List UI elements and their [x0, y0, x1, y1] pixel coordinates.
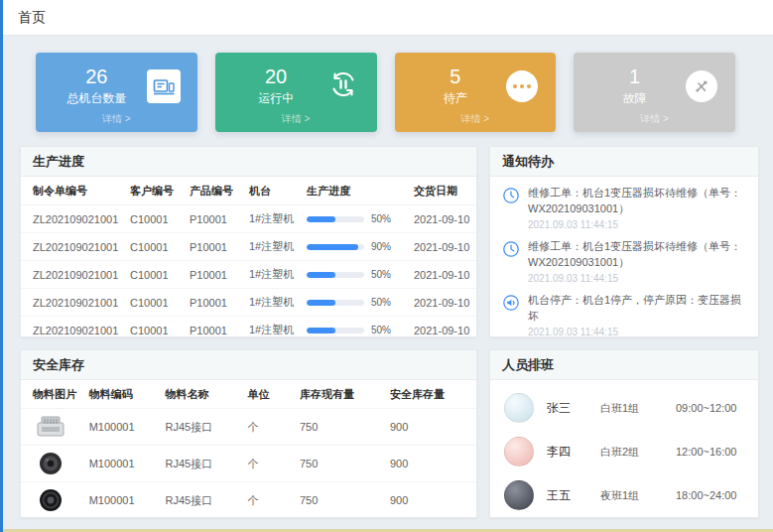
progress-bar: [307, 244, 364, 250]
notification-item[interactable]: 维修工单：机台1变压器损坏待维修（单号：WX202109031001） 2021…: [502, 239, 746, 284]
delivery-date-cell: 2021-09-10: [410, 261, 477, 289]
progress-percent: 50%: [371, 269, 391, 280]
standby-detail-link[interactable]: 详情 >: [395, 112, 557, 132]
order-no-cell: ZL202109021001: [21, 261, 126, 289]
col-machine: 机台: [245, 177, 303, 205]
stock-qty-cell: 750: [296, 409, 386, 446]
delivery-date-cell: 2021-09-10: [410, 317, 477, 338]
col-order-no: 制令单编号: [21, 177, 126, 205]
tab-home[interactable]: 首页: [18, 9, 46, 27]
product-no-cell: P10001: [186, 233, 245, 261]
production-progress-title: 生产进度: [21, 147, 476, 177]
speaker-icon: [502, 294, 520, 312]
machine-cell: 1#注塑机: [245, 205, 303, 233]
notification-item[interactable]: 维修工单：机台1变压器损坏待维修（单号：WX202109031001） 2021…: [502, 186, 746, 230]
progress-percent: 50%: [371, 213, 391, 224]
product-no-cell: P10001: [186, 317, 245, 338]
progress-bar-fill: [307, 244, 358, 250]
card-running[interactable]: 20 运行中 详情 >: [215, 53, 377, 132]
progress-bar-fill: [307, 272, 335, 278]
stat-cards: 26 总机台数量 详情 > 20 运行中: [36, 53, 735, 132]
schedule-row: 李四 白班2组 12:00~16:00: [490, 430, 758, 473]
fault-label: 故障: [587, 90, 682, 107]
staff-time: 09:00~12:00: [676, 402, 736, 414]
notification-time: 2021.09.03 11:44:15: [528, 327, 746, 337]
staff-shift: 白班2组: [600, 445, 676, 460]
staff-schedule-title: 人员排班: [490, 350, 758, 380]
notification-text: 机台停产：机台1停产，停产原因：变压器损坏: [528, 293, 746, 325]
notification-text: 维修工单：机台1变压器损坏待维修（单号：WX202109031001）: [528, 239, 746, 271]
fault-detail-link[interactable]: 详情 >: [574, 112, 735, 132]
production-table-row: ZL202109021001 C10001 P10001 1#注塑机 50% 2…: [21, 261, 477, 289]
total-machines-detail-link[interactable]: 详情 >: [36, 112, 197, 132]
material-image-rj45: [33, 414, 68, 440]
staff-name: 李四: [547, 444, 600, 461]
notification-text: 维修工单：机台1变压器损坏待维修（单号：WX202109031001）: [528, 186, 746, 217]
col-unit: 单位: [243, 380, 296, 409]
unit-cell: 个: [243, 482, 296, 519]
standby-label: 待产: [409, 90, 503, 107]
col-delivery-date: 交货日期: [410, 177, 477, 205]
order-no-cell: ZL202109021001: [21, 289, 126, 317]
progress-bar-fill: [307, 328, 335, 333]
production-progress-table: 制令单编号 客户编号 产品编号 机台 生产进度 交货日期 ZL202109021…: [21, 177, 477, 337]
order-no-cell: ZL202109021001: [21, 233, 126, 261]
schedule-row: 张三 白班1组 09:00~12:00: [490, 386, 758, 430]
notifications-panel: 通知待办 维修工单：机台1变压器损坏待维修（单号：WX202109031001）…: [489, 146, 759, 337]
card-standby[interactable]: 5 待产 详情 >: [395, 53, 557, 132]
inventory-table-row: M100001 RJ45接口 个 750 900: [21, 446, 476, 482]
col-material-name: 物料名称: [162, 380, 244, 409]
col-progress: 生产进度: [303, 177, 410, 205]
running-detail-link[interactable]: 详情 >: [215, 112, 377, 132]
production-table-row: ZL202109021001 C10001 P10001 1#注塑机 90% 2…: [21, 233, 477, 261]
production-table-row: ZL202109021001 C10001 P10001 1#注塑机 50% 2…: [21, 205, 477, 233]
standby-ellipsis-icon: [506, 70, 538, 102]
progress-percent: 50%: [371, 325, 391, 335]
production-table-row: ZL202109021001 C10001 P10001 1#注塑机 50% 2…: [21, 289, 477, 317]
material-name-cell: RJ45接口: [162, 409, 244, 446]
col-stock-qty: 库存现有量: [296, 380, 386, 409]
machine-icon: [147, 69, 181, 103]
inventory-table-row: M100001 RJ45接口 个 750 900: [21, 482, 476, 519]
total-machines-label: 总机台数量: [50, 90, 144, 107]
notification-item[interactable]: 机台停产：机台1停产，停产原因：变压器损坏 2021.09.03 11:44:1…: [502, 293, 746, 337]
material-code-cell: M100001: [85, 482, 162, 519]
staff-schedule-panel: 人员排班 张三 白班1组 09:00~12:00 李四 白班2组 12:00~1…: [489, 349, 759, 518]
unit-cell: 个: [243, 409, 296, 446]
customer-no-cell: C10001: [126, 289, 186, 317]
progress-bar: [307, 328, 364, 333]
order-no-cell: ZL202109021001: [21, 317, 126, 338]
machine-cell: 1#注塑机: [245, 261, 303, 289]
order-no-cell: ZL202109021001: [21, 205, 126, 233]
card-fault[interactable]: 1 故障 详情 >: [574, 53, 735, 132]
delivery-date-cell: 2021-09-10: [410, 289, 477, 317]
card-total-machines[interactable]: 26 总机台数量 详情 >: [36, 53, 197, 132]
staff-avatar: [504, 437, 534, 466]
machine-cell: 1#注塑机: [245, 289, 303, 317]
progress-bar: [307, 272, 364, 278]
safety-stock-panel: 安全库存 物料图片 物料编码 物料名称 单位 库存现有量 安全库存量: [20, 349, 477, 518]
clock-icon: [502, 240, 520, 258]
material-image-speaker: [33, 487, 68, 513]
staff-avatar: [504, 393, 534, 423]
product-no-cell: P10001: [186, 289, 245, 317]
progress-bar-fill: [307, 300, 335, 306]
customer-no-cell: C10001: [126, 317, 186, 338]
staff-shift: 夜班1组: [600, 488, 676, 503]
running-sync-icon: [325, 66, 361, 106]
staff-time: 12:00~16:00: [676, 446, 736, 458]
col-customer-no: 客户编号: [126, 177, 186, 205]
col-safety-qty: 安全库存量: [386, 380, 476, 409]
customer-no-cell: C10001: [126, 205, 186, 233]
staff-time: 18:00~24:00: [676, 489, 736, 501]
delivery-date-cell: 2021-09-10: [410, 205, 477, 233]
notification-time: 2021.09.03 11:44:15: [528, 273, 746, 284]
standby-value: 5: [409, 66, 503, 87]
staff-schedule-list: 张三 白班1组 09:00~12:00 李四 白班2组 12:00~16:00 …: [490, 380, 758, 517]
delivery-date-cell: 2021-09-10: [410, 233, 477, 261]
production-table-row: ZL202109021001 C10001 P10001 1#注塑机 50% 2…: [21, 317, 477, 338]
material-image-round-connector: [33, 451, 68, 476]
total-machines-value: 26: [50, 66, 144, 87]
safety-qty-cell: 900: [386, 482, 476, 519]
product-no-cell: P10001: [186, 205, 245, 233]
